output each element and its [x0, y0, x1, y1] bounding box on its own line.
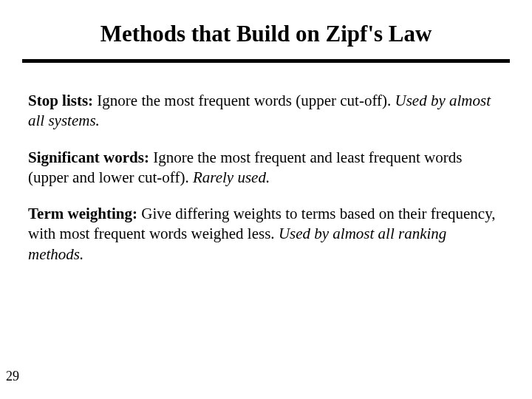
item-usage: Rarely used.: [193, 168, 270, 186]
slide-container: Methods that Build on Zipf's Law Stop li…: [0, 0, 532, 399]
item-label: Stop lists:: [28, 92, 93, 109]
item-label: Significant words:: [28, 149, 149, 166]
item-label: Term weighting:: [28, 205, 137, 222]
bullet-item: Significant words: Ignore the most frequ…: [28, 148, 497, 188]
item-description: Ignore the most frequent words (upper cu…: [93, 92, 395, 109]
bullet-item: Term weighting: Give differing weights t…: [28, 204, 497, 265]
content-area: Stop lists: Ignore the most frequent wor…: [0, 63, 532, 265]
bullet-item: Stop lists: Ignore the most frequent wor…: [28, 91, 497, 132]
page-number: 29: [6, 369, 19, 384]
slide-title: Methods that Build on Zipf's Law: [0, 0, 532, 59]
